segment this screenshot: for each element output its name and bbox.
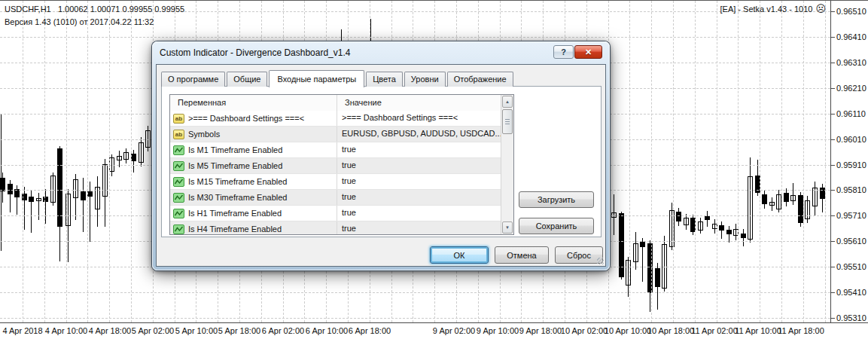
tab-about[interactable]: О программе bbox=[161, 72, 225, 87]
param-row[interactable]: abIs H4 Timeframe Enabled true bbox=[170, 221, 501, 235]
dialog-titlebar[interactable]: Custom Indicator - Divergence Dashboard_… bbox=[152, 41, 610, 64]
save-button[interactable]: Сохранить bbox=[519, 218, 594, 234]
candle-wick bbox=[772, 197, 772, 211]
candle-wick bbox=[53, 173, 53, 206]
param-name: Is M5 Timeframe Enabled bbox=[188, 161, 282, 170]
close-button[interactable]: ✕ bbox=[574, 45, 602, 59]
time-axis-label[interactable]: 6 Apr 02:00 bbox=[262, 326, 304, 335]
time-axis-label[interactable]: 5 Apr 18:00 bbox=[218, 326, 260, 335]
candle-wick bbox=[657, 263, 658, 310]
price-axis-label: 0.95910 bbox=[836, 160, 866, 170]
candle-wick bbox=[24, 187, 25, 230]
load-button[interactable]: Загрузить bbox=[519, 191, 594, 208]
candle-wick bbox=[750, 157, 751, 243]
time-axis-line bbox=[0, 322, 868, 323]
bool-param-icon: ab bbox=[173, 161, 184, 171]
time-axis-label[interactable]: 9 Apr 18:00 bbox=[519, 326, 562, 335]
indicator-settings-dialog: Custom Indicator - Divergence Dashboard_… bbox=[152, 41, 610, 270]
time-axis-label[interactable]: 10 Apr 10:00 bbox=[605, 326, 651, 335]
param-row[interactable]: ab>=== Dashboard Settings ===< >=== Dash… bbox=[170, 111, 501, 127]
candle-wick bbox=[45, 189, 46, 224]
candle-wick bbox=[700, 218, 701, 234]
h-gridline bbox=[0, 37, 830, 38]
param-value[interactable]: true bbox=[337, 142, 501, 157]
param-value[interactable]: true bbox=[337, 174, 501, 189]
time-axis-label[interactable]: 4 Apr 2018 bbox=[2, 326, 42, 335]
mt4-chart-window: 11 Apr 18:0011 Apr 10:0011 Apr 02:0010 A… bbox=[0, 0, 868, 339]
candle-wick bbox=[672, 203, 672, 250]
param-name: >=== Dashboard Settings ===< bbox=[188, 114, 304, 123]
candle-wick bbox=[126, 148, 126, 163]
candle-wick bbox=[133, 150, 134, 173]
time-axis-label[interactable]: 9 Apr 02:00 bbox=[433, 326, 475, 335]
price-axis-line bbox=[830, 1, 831, 322]
candle-wick bbox=[59, 146, 60, 261]
param-name: Is H1 Timeframe Enabled bbox=[188, 209, 282, 218]
tab-levels[interactable]: Уровни bbox=[404, 72, 446, 87]
cancel-button[interactable]: Отмена bbox=[495, 246, 549, 264]
param-name: Is M30 Timeframe Enabled bbox=[188, 193, 287, 202]
time-axis-label[interactable]: 4 Apr 10:00 bbox=[45, 326, 87, 335]
resize-grip[interactable] bbox=[597, 258, 604, 264]
price-axis-label: 0.96310 bbox=[836, 58, 866, 67]
v-gridline bbox=[629, 1, 630, 322]
ok-button[interactable]: ОК bbox=[430, 246, 489, 264]
param-row[interactable]: abSymbols EURUSD, GBPUSD, AUDUSD, USDCAD… bbox=[170, 127, 501, 142]
time-axis-label[interactable]: 10 Apr 02:00 bbox=[561, 326, 608, 335]
tab-inputs[interactable]: Входные параметры bbox=[269, 70, 364, 87]
tab-common[interactable]: Общие bbox=[227, 72, 267, 87]
bool-param-icon: ab bbox=[173, 145, 184, 155]
param-value[interactable]: true bbox=[337, 206, 501, 221]
candle-wick bbox=[614, 194, 614, 235]
parameters-table: Переменная Значение ab>=== Dashboard Set… bbox=[169, 94, 514, 235]
price-axis-label: 0.96210 bbox=[836, 84, 866, 93]
param-row[interactable]: abIs M15 Timeframe Enabled true bbox=[170, 174, 501, 190]
time-axis-label[interactable]: 9 Apr 10:00 bbox=[477, 326, 519, 335]
price-axis-label: 0.95510 bbox=[836, 262, 866, 271]
param-value[interactable]: true bbox=[337, 190, 501, 205]
candle-wick bbox=[10, 180, 11, 212]
close-icon: ✕ bbox=[585, 47, 592, 57]
candle-wick bbox=[807, 196, 808, 223]
v-gridline bbox=[781, 1, 782, 322]
time-axis-label[interactable]: 10 Apr 18:00 bbox=[647, 326, 694, 335]
candle-wick bbox=[642, 238, 643, 282]
param-value[interactable]: >=== Dashboard Settings ===< bbox=[337, 111, 501, 126]
time-axis-label[interactable]: 5 Apr 10:00 bbox=[175, 326, 218, 335]
candle-wick bbox=[664, 236, 665, 292]
column-header-variable[interactable]: Переменная bbox=[170, 95, 337, 111]
param-row[interactable]: abIs H1 Timeframe Enabled true bbox=[170, 206, 501, 221]
tab-visualization[interactable]: Отображение bbox=[447, 72, 513, 87]
time-axis-label[interactable]: 11 Apr 02:00 bbox=[691, 326, 738, 335]
param-value[interactable]: EURUSD, GBPUSD, AUDUSD, USDCAD... bbox=[337, 127, 501, 142]
candle-wick bbox=[822, 184, 823, 212]
param-row[interactable]: abIs M30 Timeframe Enabled true bbox=[170, 190, 501, 206]
time-axis-label[interactable]: 4 Apr 18:00 bbox=[89, 326, 131, 335]
time-axis-label[interactable]: 6 Apr 18:00 bbox=[349, 326, 391, 335]
price-axis-label: 0.96410 bbox=[836, 32, 866, 41]
help-button[interactable]: ? bbox=[553, 45, 574, 59]
ea-smiley-icon[interactable]: ☹ bbox=[815, 4, 826, 14]
scroll-up-icon[interactable]: ▲ bbox=[502, 96, 513, 108]
dialog-title: Custom Indicator - Divergence Dashboard_… bbox=[160, 47, 350, 58]
time-axis-label[interactable]: 5 Apr 02:00 bbox=[132, 326, 174, 335]
time-axis-label[interactable]: 11 Apr 10:00 bbox=[735, 326, 781, 335]
param-row[interactable]: abIs M5 Timeframe Enabled true bbox=[170, 158, 501, 174]
v-gridline bbox=[803, 1, 804, 322]
scroll-down-icon[interactable]: ▼ bbox=[502, 221, 513, 234]
column-header-value[interactable]: Значение bbox=[337, 95, 513, 111]
reset-button[interactable]: Сброс bbox=[555, 246, 603, 264]
time-axis-label[interactable]: 6 Apr 10:00 bbox=[306, 326, 348, 335]
v-gridline bbox=[673, 1, 674, 322]
price-axis-label: 0.95810 bbox=[836, 185, 866, 194]
time-axis-label[interactable]: 11 Apr 18:00 bbox=[778, 326, 824, 335]
candle-wick bbox=[141, 137, 142, 166]
param-name: Is M1 Timeframe Enabled bbox=[188, 145, 282, 154]
tab-colors[interactable]: Цвета bbox=[366, 72, 403, 87]
param-value[interactable]: true bbox=[337, 221, 501, 235]
scrollbar-thumb[interactable] bbox=[502, 109, 513, 134]
param-row[interactable]: abIs M1 Timeframe Enabled true bbox=[170, 142, 501, 158]
table-scrollbar[interactable]: ▲ ▼ bbox=[501, 95, 513, 234]
candle-wick bbox=[75, 174, 76, 220]
param-value[interactable]: true bbox=[337, 158, 501, 173]
